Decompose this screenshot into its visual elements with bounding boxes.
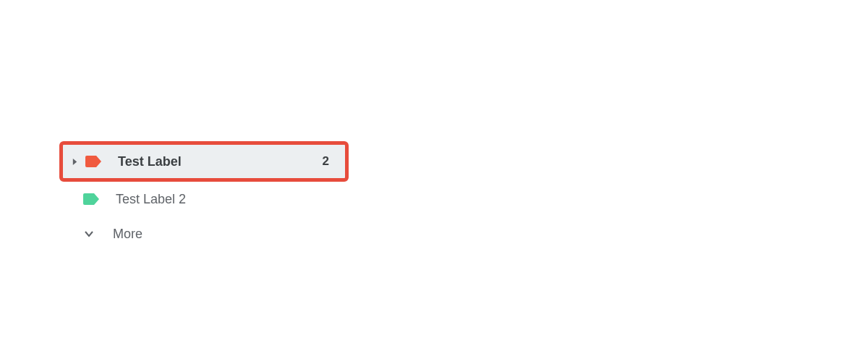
more-toggle[interactable]: More xyxy=(75,216,349,251)
label-name: Test Label 2 xyxy=(104,192,343,207)
expand-arrow-icon[interactable] xyxy=(69,156,80,167)
label-tag-icon xyxy=(82,190,100,208)
more-label: More xyxy=(101,227,142,242)
label-tag-icon xyxy=(85,153,102,170)
label-list: Test Label 2 Test Label 2 More xyxy=(59,141,349,251)
label-count: 2 xyxy=(323,154,339,169)
label-name: Test Label xyxy=(106,154,318,169)
chevron-down-icon xyxy=(81,226,97,242)
label-item-test-label[interactable]: Test Label 2 xyxy=(59,141,349,182)
label-item-test-label-2[interactable]: Test Label 2 xyxy=(59,182,349,216)
